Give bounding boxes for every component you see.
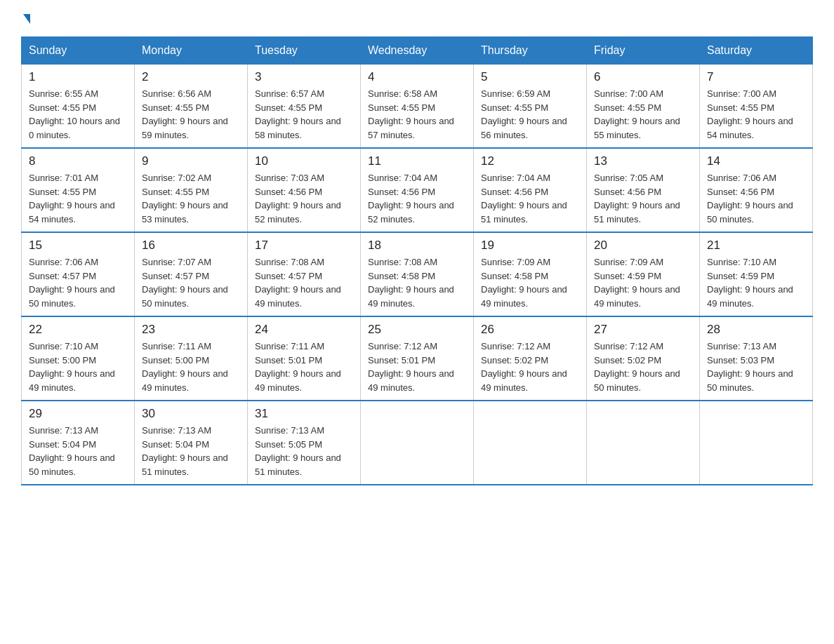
day-info: Sunrise: 7:11 AMSunset: 5:01 PMDaylight:… — [255, 340, 353, 394]
day-info: Sunrise: 7:06 AMSunset: 4:57 PMDaylight:… — [29, 255, 127, 310]
day-info: Sunrise: 7:02 AMSunset: 4:55 PMDaylight:… — [142, 171, 240, 226]
calendar-cell: 15Sunrise: 7:06 AMSunset: 4:57 PMDayligh… — [22, 232, 135, 316]
day-number: 4 — [368, 70, 466, 84]
day-info: Sunrise: 7:10 AMSunset: 4:59 PMDaylight:… — [707, 255, 805, 310]
day-info: Sunrise: 7:06 AMSunset: 4:56 PMDaylight:… — [707, 171, 805, 226]
day-number: 22 — [29, 323, 127, 337]
day-number: 5 — [481, 70, 579, 84]
calendar-week-row: 15Sunrise: 7:06 AMSunset: 4:57 PMDayligh… — [22, 232, 813, 316]
day-info: Sunrise: 7:13 AMSunset: 5:04 PMDaylight:… — [142, 424, 240, 478]
day-number: 23 — [142, 323, 240, 337]
day-info: Sunrise: 7:12 AMSunset: 5:02 PMDaylight:… — [594, 340, 692, 394]
calendar-cell: 3Sunrise: 6:57 AMSunset: 4:55 PMDaylight… — [248, 65, 361, 149]
day-number: 12 — [481, 154, 579, 168]
weekday-header-wednesday: Wednesday — [361, 37, 474, 65]
calendar-cell: 19Sunrise: 7:09 AMSunset: 4:58 PMDayligh… — [474, 232, 587, 316]
calendar-cell: 5Sunrise: 6:59 AMSunset: 4:55 PMDaylight… — [474, 65, 587, 149]
day-number: 2 — [142, 70, 240, 84]
calendar-week-row: 1Sunrise: 6:55 AMSunset: 4:55 PMDaylight… — [22, 65, 813, 149]
day-number: 29 — [29, 407, 127, 421]
calendar-cell: 17Sunrise: 7:08 AMSunset: 4:57 PMDayligh… — [248, 232, 361, 316]
logo-triangle-icon — [23, 14, 30, 24]
day-info: Sunrise: 7:04 AMSunset: 4:56 PMDaylight:… — [481, 171, 579, 226]
day-info: Sunrise: 7:01 AMSunset: 4:55 PMDaylight:… — [29, 171, 127, 226]
day-info: Sunrise: 7:07 AMSunset: 4:57 PMDaylight:… — [142, 255, 240, 310]
day-number: 1 — [29, 70, 127, 84]
calendar-cell: 12Sunrise: 7:04 AMSunset: 4:56 PMDayligh… — [474, 148, 587, 232]
calendar-week-row: 8Sunrise: 7:01 AMSunset: 4:55 PMDaylight… — [22, 148, 813, 232]
calendar-cell: 25Sunrise: 7:12 AMSunset: 5:01 PMDayligh… — [361, 316, 474, 401]
calendar-cell: 7Sunrise: 7:00 AMSunset: 4:55 PMDaylight… — [700, 65, 813, 149]
weekday-header-row: SundayMondayTuesdayWednesdayThursdayFrid… — [22, 37, 813, 65]
calendar-cell: 2Sunrise: 6:56 AMSunset: 4:55 PMDaylight… — [135, 65, 248, 149]
day-number: 9 — [142, 154, 240, 168]
day-number: 25 — [368, 323, 466, 337]
day-info: Sunrise: 7:00 AMSunset: 4:55 PMDaylight:… — [594, 87, 692, 142]
calendar-cell: 4Sunrise: 6:58 AMSunset: 4:55 PMDaylight… — [361, 65, 474, 149]
day-number: 15 — [29, 239, 127, 253]
day-number: 20 — [594, 239, 692, 253]
calendar-table: SundayMondayTuesdayWednesdayThursdayFrid… — [21, 36, 813, 485]
logo — [21, 14, 30, 24]
calendar-cell: 28Sunrise: 7:13 AMSunset: 5:03 PMDayligh… — [700, 316, 813, 401]
day-number: 7 — [707, 70, 805, 84]
day-info: Sunrise: 7:13 AMSunset: 5:05 PMDaylight:… — [255, 424, 353, 478]
page-header — [21, 14, 813, 24]
calendar-cell: 22Sunrise: 7:10 AMSunset: 5:00 PMDayligh… — [22, 316, 135, 401]
calendar-cell — [361, 401, 474, 485]
day-info: Sunrise: 7:12 AMSunset: 5:02 PMDaylight:… — [481, 340, 579, 394]
calendar-cell: 24Sunrise: 7:11 AMSunset: 5:01 PMDayligh… — [248, 316, 361, 401]
day-number: 31 — [255, 407, 353, 421]
calendar-cell — [587, 401, 700, 485]
calendar-week-row: 29Sunrise: 7:13 AMSunset: 5:04 PMDayligh… — [22, 401, 813, 485]
day-number: 3 — [255, 70, 353, 84]
day-info: Sunrise: 7:08 AMSunset: 4:57 PMDaylight:… — [255, 255, 353, 310]
day-info: Sunrise: 7:11 AMSunset: 5:00 PMDaylight:… — [142, 340, 240, 394]
day-number: 24 — [255, 323, 353, 337]
day-number: 21 — [707, 239, 805, 253]
calendar-cell — [474, 401, 587, 485]
weekday-header-saturday: Saturday — [700, 37, 813, 65]
day-info: Sunrise: 7:03 AMSunset: 4:56 PMDaylight:… — [255, 171, 353, 226]
day-number: 17 — [255, 239, 353, 253]
calendar-cell: 6Sunrise: 7:00 AMSunset: 4:55 PMDaylight… — [587, 65, 700, 149]
day-number: 16 — [142, 239, 240, 253]
calendar-cell: 10Sunrise: 7:03 AMSunset: 4:56 PMDayligh… — [248, 148, 361, 232]
weekday-header-thursday: Thursday — [474, 37, 587, 65]
calendar-cell: 30Sunrise: 7:13 AMSunset: 5:04 PMDayligh… — [135, 401, 248, 485]
weekday-header-monday: Monday — [135, 37, 248, 65]
calendar-cell: 29Sunrise: 7:13 AMSunset: 5:04 PMDayligh… — [22, 401, 135, 485]
day-info: Sunrise: 6:59 AMSunset: 4:55 PMDaylight:… — [481, 87, 579, 142]
calendar-cell: 8Sunrise: 7:01 AMSunset: 4:55 PMDaylight… — [22, 148, 135, 232]
day-number: 26 — [481, 323, 579, 337]
calendar-cell: 16Sunrise: 7:07 AMSunset: 4:57 PMDayligh… — [135, 232, 248, 316]
calendar-cell: 9Sunrise: 7:02 AMSunset: 4:55 PMDaylight… — [135, 148, 248, 232]
day-info: Sunrise: 7:13 AMSunset: 5:03 PMDaylight:… — [707, 340, 805, 394]
day-info: Sunrise: 7:12 AMSunset: 5:01 PMDaylight:… — [368, 340, 466, 394]
calendar-cell: 27Sunrise: 7:12 AMSunset: 5:02 PMDayligh… — [587, 316, 700, 401]
calendar-cell: 31Sunrise: 7:13 AMSunset: 5:05 PMDayligh… — [248, 401, 361, 485]
calendar-cell: 20Sunrise: 7:09 AMSunset: 4:59 PMDayligh… — [587, 232, 700, 316]
day-info: Sunrise: 7:10 AMSunset: 5:00 PMDaylight:… — [29, 340, 127, 394]
day-number: 10 — [255, 154, 353, 168]
day-number: 30 — [142, 407, 240, 421]
calendar-cell: 11Sunrise: 7:04 AMSunset: 4:56 PMDayligh… — [361, 148, 474, 232]
calendar-cell: 18Sunrise: 7:08 AMSunset: 4:58 PMDayligh… — [361, 232, 474, 316]
calendar-cell: 14Sunrise: 7:06 AMSunset: 4:56 PMDayligh… — [700, 148, 813, 232]
day-info: Sunrise: 7:04 AMSunset: 4:56 PMDaylight:… — [368, 171, 466, 226]
day-number: 27 — [594, 323, 692, 337]
day-number: 28 — [707, 323, 805, 337]
weekday-header-friday: Friday — [587, 37, 700, 65]
day-info: Sunrise: 6:56 AMSunset: 4:55 PMDaylight:… — [142, 87, 240, 142]
calendar-cell: 21Sunrise: 7:10 AMSunset: 4:59 PMDayligh… — [700, 232, 813, 316]
calendar-cell: 1Sunrise: 6:55 AMSunset: 4:55 PMDaylight… — [22, 65, 135, 149]
weekday-header-sunday: Sunday — [22, 37, 135, 65]
weekday-header-tuesday: Tuesday — [248, 37, 361, 65]
calendar-cell — [700, 401, 813, 485]
day-info: Sunrise: 7:08 AMSunset: 4:58 PMDaylight:… — [368, 255, 466, 310]
day-number: 13 — [594, 154, 692, 168]
day-info: Sunrise: 7:00 AMSunset: 4:55 PMDaylight:… — [707, 87, 805, 142]
day-info: Sunrise: 6:58 AMSunset: 4:55 PMDaylight:… — [368, 87, 466, 142]
day-info: Sunrise: 6:57 AMSunset: 4:55 PMDaylight:… — [255, 87, 353, 142]
day-number: 14 — [707, 154, 805, 168]
